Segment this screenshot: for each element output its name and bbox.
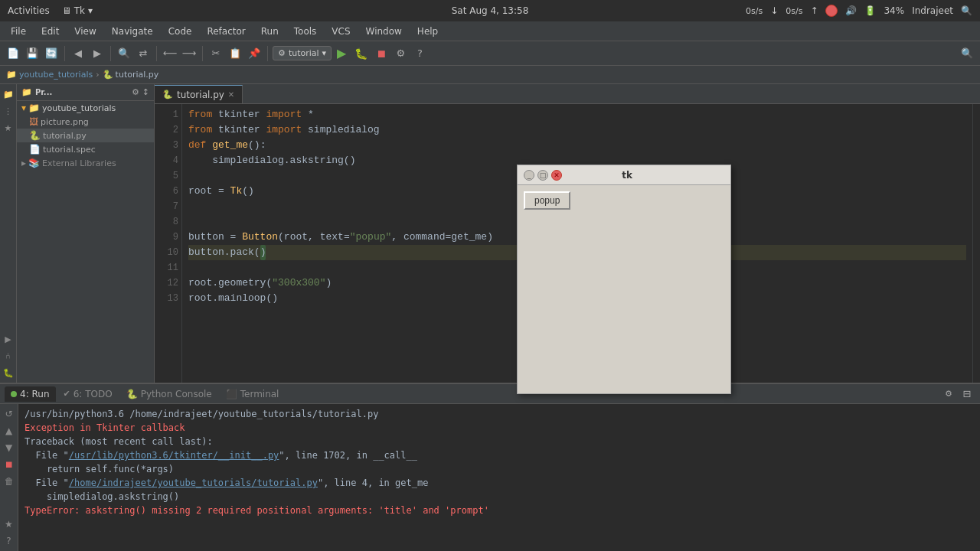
run-config-icon: ⚙: [278, 48, 286, 58]
toolbar-back[interactable]: ◀: [70, 45, 87, 62]
debug-button[interactable]: 🐛: [351, 47, 371, 60]
tk-popup-button[interactable]: popup: [524, 191, 570, 210]
project-header-label: Pr...: [35, 88, 52, 96]
console-restart[interactable]: ↺: [2, 407, 16, 421]
console-line-5: return self.func(*args): [24, 462, 974, 476]
terminal-icon: ⬛: [226, 389, 237, 399]
app-icon: 🖥: [62, 5, 71, 16]
tk-close-button[interactable]: ✕: [551, 170, 562, 181]
toolbar-help[interactable]: ?: [411, 45, 428, 62]
volume-pct: 34%: [884, 5, 904, 16]
tab-python-console[interactable]: 🐍 Python Console: [120, 386, 218, 402]
toolbar-paste[interactable]: 📌: [246, 45, 263, 62]
panel-settings-icon[interactable]: ⚙: [940, 386, 957, 403]
toolbar-undo[interactable]: ⟵: [162, 45, 178, 62]
project-root[interactable]: ▾ 📁 youtube_tutorials: [17, 101, 154, 115]
console-link-2[interactable]: /home/indrajeet/youtube_tutorials/tutori…: [69, 478, 318, 488]
project-collapse-icon[interactable]: ↕: [142, 87, 149, 97]
toolbar-replace[interactable]: ⇄: [135, 45, 152, 62]
file-tutorial-spec-label: tutorial.spec: [43, 145, 96, 155]
toolbar-forward[interactable]: ▶: [89, 45, 106, 62]
console-stop[interactable]: ⏹: [2, 458, 16, 471]
project-icon: 📁: [6, 70, 17, 80]
tab-todo[interactable]: ✔ 6: TODO: [57, 386, 119, 402]
tab-bar: 🐍 tutorial.py ✕: [155, 84, 980, 104]
toolbar-sep1: [64, 46, 65, 61]
todo-icon: ✔: [64, 389, 70, 399]
console-scroll-up[interactable]: ▲: [2, 424, 16, 438]
breadcrumb-file: 🐍 tutorial.py: [103, 70, 159, 80]
toolbar-redo[interactable]: ⟶: [181, 45, 198, 62]
activity-favorites[interactable]: ★: [2, 121, 15, 135]
menu-refactor[interactable]: Refactor: [201, 24, 251, 39]
console-favorites[interactable]: ★: [2, 517, 16, 531]
menu-help[interactable]: Help: [411, 24, 444, 39]
right-gutter: [972, 104, 980, 383]
img-icon: 🖼: [29, 116, 38, 127]
file-tutorial-py[interactable]: 🐍 tutorial.py: [17, 129, 154, 142]
stop-button[interactable]: ⏹: [373, 47, 390, 60]
project-settings-icon[interactable]: ⚙: [132, 87, 139, 97]
console-sidebar: ↺ ▲ ▼ ⏹ 🗑 ★ ?: [0, 404, 18, 551]
breadcrumb-bar: 📁 youtube_tutorials › 🐍 tutorial.py: [0, 66, 980, 84]
tk-maximize-button[interactable]: □: [537, 170, 548, 181]
tab-python-console-label: Python Console: [141, 389, 212, 399]
close-button[interactable]: [825, 5, 838, 17]
tab-terminal[interactable]: ⬛ Terminal: [220, 386, 286, 402]
run-console: ↺ ▲ ▼ ⏹ 🗑 ★ ? /usr/bin/python3.6 /home/i…: [0, 404, 980, 551]
activity-debug[interactable]: 🐛: [2, 366, 15, 380]
toolbar-settings[interactable]: ⚙: [392, 45, 409, 62]
net-up-icon: ↑: [810, 5, 818, 16]
console-output: /usr/bin/python3.6 /home/indrajeet/youtu…: [18, 404, 980, 551]
toolbar-cut[interactable]: ✂: [207, 45, 224, 62]
volume-icon[interactable]: 🔊: [845, 5, 857, 16]
menu-code[interactable]: Code: [162, 24, 198, 39]
tab-run[interactable]: 4: Run: [5, 386, 56, 402]
tab-tutorial-py[interactable]: 🐍 tutorial.py ✕: [155, 85, 243, 103]
project-root-label: youtube_tutorials: [42, 103, 116, 113]
file-picture-label: picture.png: [41, 117, 89, 127]
toolbar-icon1[interactable]: 📄: [5, 45, 21, 62]
tk-minimize-button[interactable]: _: [524, 170, 534, 181]
activities-label[interactable]: Activities: [8, 5, 50, 16]
tk-titlebar: _ □ ✕ tk: [518, 165, 730, 185]
activity-bar: 📁 ⋮ ★ ▶ ⑃ 🐛: [0, 84, 17, 383]
toolbar-search[interactable]: 🔍: [116, 45, 132, 62]
activity-structure[interactable]: ⋮: [2, 104, 15, 118]
activity-run[interactable]: ▶: [2, 332, 15, 346]
console-link-1[interactable]: /usr/lib/python3.6/tkinter/__init__.py: [69, 450, 279, 461]
tab-close-button[interactable]: ✕: [228, 90, 234, 99]
console-line-1: /usr/bin/python3.6 /home/indrajeet/youtu…: [24, 407, 974, 421]
app-indicator[interactable]: 🖥 Tk ▾: [62, 5, 93, 16]
toolbar-sync[interactable]: 🔄: [43, 45, 60, 62]
menu-file[interactable]: File: [5, 24, 32, 39]
file-picture[interactable]: 🖼 picture.png: [17, 115, 154, 129]
run-config-dropdown[interactable]: ⚙ tutorial ▾: [273, 46, 332, 60]
console-clear[interactable]: 🗑: [2, 474, 16, 488]
toolbar-global-search[interactable]: 🔍: [959, 45, 975, 62]
console-scroll-down[interactable]: ▼: [2, 441, 16, 455]
menu-tools[interactable]: Tools: [288, 24, 323, 39]
menu-navigate[interactable]: Navigate: [106, 24, 159, 39]
project-header-icon: 📁: [21, 87, 32, 97]
toolbar-save[interactable]: 💾: [24, 45, 41, 62]
activity-project[interactable]: 📁: [2, 87, 15, 101]
external-libraries[interactable]: ▸ 📚 External Libraries: [17, 156, 154, 170]
bottom-tabs: 4: Run ✔ 6: TODO 🐍 Python Console ⬛ Term…: [0, 384, 980, 404]
run-button[interactable]: ▶: [334, 46, 349, 60]
panel-minimize-icon[interactable]: ⊟: [959, 386, 975, 403]
activity-git[interactable]: ⑃: [2, 349, 15, 363]
menu-vcs[interactable]: VCS: [325, 24, 356, 39]
file-tutorial-spec[interactable]: 📄 tutorial.spec: [17, 142, 154, 156]
menu-edit[interactable]: Edit: [35, 24, 65, 39]
menu-run[interactable]: Run: [255, 24, 285, 39]
menu-view[interactable]: View: [68, 24, 102, 39]
menu-window[interactable]: Window: [360, 24, 408, 39]
toolbar: 📄 💾 🔄 ◀ ▶ 🔍 ⇄ ⟵ ⟶ ✂ 📋 📌 ⚙ tutorial ▾ ▶ 🐛…: [0, 41, 980, 66]
search-icon[interactable]: 🔍: [961, 5, 972, 16]
user-label[interactable]: Indrajeet: [912, 5, 953, 16]
toolbar-sep5: [267, 46, 268, 61]
toolbar-copy[interactable]: 📋: [227, 45, 243, 62]
code-line-2: from tkinter import simpledialog: [188, 122, 966, 138]
console-help[interactable]: ?: [2, 534, 16, 548]
